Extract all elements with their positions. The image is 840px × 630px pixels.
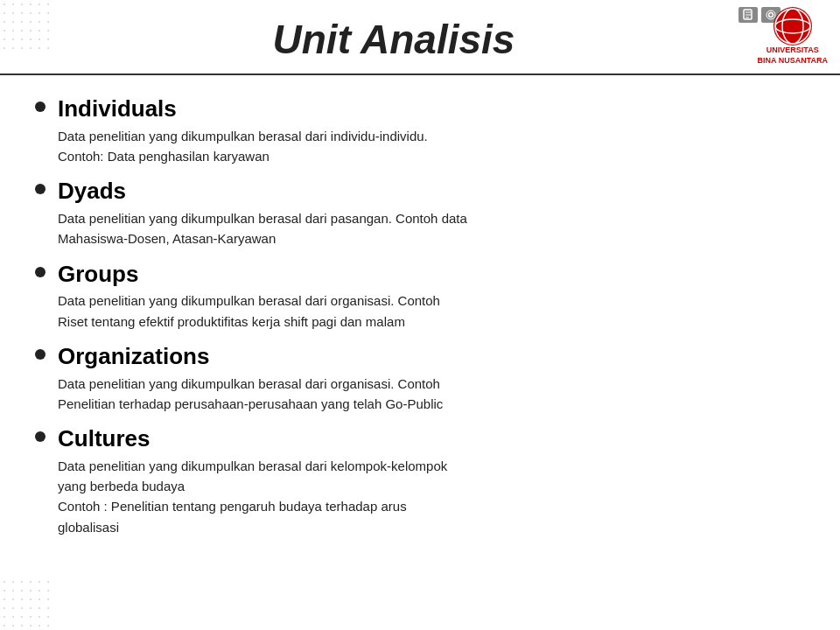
bullet-dot-individuals [35,102,46,112]
bullet-desc-organizations: Data penelitian yang dikumpulkan berasal… [58,374,805,415]
bullet-item-organizations: Organizations Data penelitian yang dikum… [35,342,805,414]
logo-text: UNIVERSITAS BINA NUSANTARA [758,46,829,66]
bullet-title-groups: Groups [58,260,805,290]
bullet-dot-organizations [35,349,46,360]
bullet-content-organizations: Organizations Data penelitian yang dikum… [58,342,805,414]
bullet-item-groups: Groups Data penelitian yang dikumpulkan … [35,260,805,332]
bullet-title-organizations: Organizations [58,342,805,372]
slide-title-bar: Unit Analisis [0,0,840,75]
bullet-content-individuals: Individuals Data penelitian yang dikumpu… [58,94,805,166]
icon-doc [738,7,758,23]
slide-content: Individuals Data penelitian yang dikumpu… [0,91,840,556]
slide: UNIVERSITAS BINA NUSANTARA Unit Analisis… [0,0,840,630]
bullet-content-dyads: Dyads Data penelitian yang dikumpulkan b… [58,177,805,248]
bullet-title-individuals: Individuals [58,94,805,124]
bullet-desc-individuals: Data penelitian yang dikumpulkan berasal… [58,126,805,167]
bullet-dot-cultures [35,431,46,442]
bullet-item-dyads: Dyads Data penelitian yang dikumpulkan b… [35,177,805,248]
bg-decoration-topleft [0,0,52,52]
bullet-desc-groups: Data penelitian yang dikumpulkan berasal… [58,290,805,332]
bullet-content-groups: Groups Data penelitian yang dikumpulkan … [58,260,805,332]
bullet-item-individuals: Individuals Data penelitian yang dikumpu… [35,94,805,166]
bullet-title-dyads: Dyads [58,177,805,206]
bullet-dot-dyads [35,184,46,194]
logo-emblem [774,7,812,46]
bullet-title-cultures: Cultures [58,424,805,454]
bg-decoration-bottomleft [0,578,52,630]
slide-title: Unit Analisis [52,16,735,63]
bullet-desc-cultures: Data penelitian yang dikumpulkan berasal… [58,456,805,537]
bullet-item-cultures: Cultures Data penelitian yang dikumpulka… [35,424,805,537]
bullet-desc-dyads: Data penelitian yang dikumpulkan berasal… [58,208,805,249]
svg-point-6 [774,8,811,45]
bullet-dot-groups [35,267,46,277]
university-logo: UNIVERSITAS BINA NUSANTARA [758,7,829,66]
bullet-content-cultures: Cultures Data penelitian yang dikumpulka… [58,424,805,537]
